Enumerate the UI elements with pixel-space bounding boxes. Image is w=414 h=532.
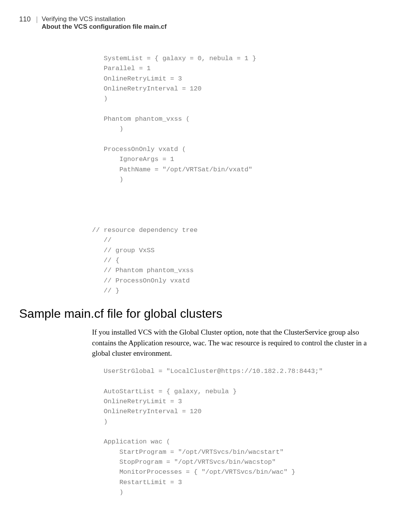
header-divider: | [36, 15, 38, 23]
header-title: Verifying the VCS installation [42, 15, 167, 23]
header-text-block: Verifying the VCS installation About the… [42, 15, 167, 31]
code-block-1: SystemList = { galaxy = 0, nebula = 1 } … [92, 54, 391, 296]
page-header: 110 | Verifying the VCS installation Abo… [19, 15, 391, 31]
code-block-2: UserStrGlobal = "LocalCluster@https://10… [92, 366, 391, 498]
section-paragraph: If you installed VCS with the Global Clu… [92, 327, 383, 359]
page-number: 110 [19, 15, 31, 23]
section-heading: Sample main.cf file for global clusters [19, 307, 391, 321]
header-subtitle: About the VCS configuration file main.cf [42, 23, 167, 31]
